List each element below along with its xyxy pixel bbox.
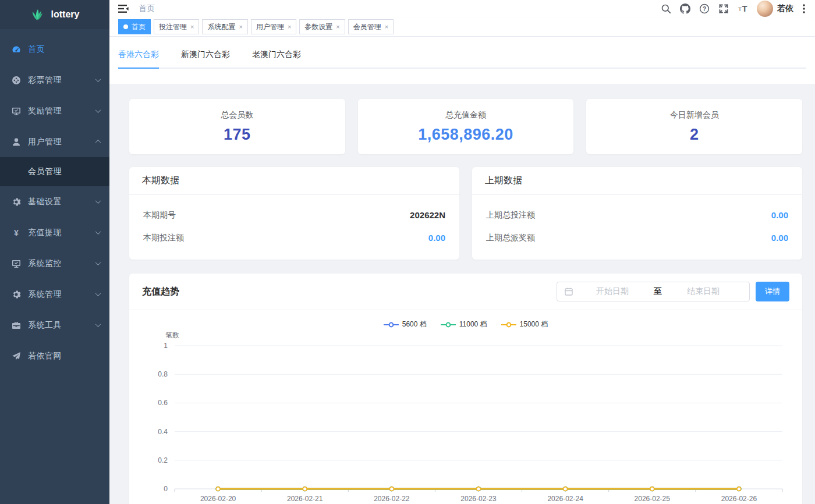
legend-label: 5600 档 <box>402 320 427 329</box>
panel-body: 上期总投注额0.00上期总派奖额0.00 <box>472 195 802 260</box>
panel-row-line: 上期总派奖额0.00 <box>486 226 788 249</box>
chart-header: 充值趋势 开始日期 至 结束日期 详情 <box>129 274 802 310</box>
sidebar-item-label: 系统工具 <box>28 320 96 331</box>
main-area: 首页 ? TT 若依 <box>109 0 815 504</box>
sidebar-item-user[interactable]: 用户管理 <box>0 126 109 157</box>
sidebar-item-recharge[interactable]: ¥充值提现 <box>0 217 109 248</box>
lottery-tabs: 香港六合彩新澳门六合彩老澳门六合彩 <box>118 49 806 69</box>
legend-item[interactable]: 15000 档 <box>501 320 548 329</box>
tab-0[interactable]: 香港六合彩 <box>118 49 159 68</box>
tag-label: 会员管理 <box>353 22 381 32</box>
gear-icon <box>12 290 21 299</box>
fold-sidebar-icon[interactable] <box>118 3 129 14</box>
close-icon[interactable]: × <box>190 23 194 30</box>
tag-label: 用户管理 <box>256 22 284 32</box>
sidebar-item-reward[interactable]: 奖励管理 <box>0 95 109 126</box>
panel-row-label: 上期总派奖额 <box>486 233 535 243</box>
tag-label: 投注管理 <box>159 22 187 32</box>
user-avatar[interactable] <box>757 1 773 17</box>
leaf-logo-icon <box>30 8 45 21</box>
detail-button[interactable]: 详情 <box>756 282 789 301</box>
reward-icon <box>12 107 21 116</box>
fullscreen-icon[interactable] <box>718 3 729 14</box>
legend-item[interactable]: 11000 档 <box>441 320 487 329</box>
chart-legend: 5600 档11000 档15000 档 <box>142 320 789 329</box>
sidebar-subitem-user[interactable]: 会员管理 <box>0 157 109 186</box>
sidebar-item-home[interactable]: 首页 <box>0 34 109 65</box>
svg-text:笔数: 笔数 <box>165 331 179 339</box>
github-icon[interactable] <box>680 3 690 14</box>
legend-marker-icon <box>501 322 516 328</box>
svg-text:1: 1 <box>164 342 168 350</box>
tag-item[interactable]: 系统配置× <box>202 19 247 34</box>
tag-label: 参数设置 <box>304 22 332 32</box>
tool-icon <box>12 321 21 330</box>
sidebar-item-label: 系统监控 <box>28 258 96 269</box>
kebab-menu-icon[interactable] <box>802 3 809 14</box>
chevron-down-icon <box>95 198 101 204</box>
sidebar-item-system[interactable]: 系统管理 <box>0 279 109 310</box>
tag-item[interactable]: 用户管理× <box>251 19 296 34</box>
sidebar-item-tool[interactable]: 系统工具 <box>0 310 109 340</box>
data-panel: 本期数据本期期号202622N本期投注额0.00 <box>129 167 459 260</box>
legend-item[interactable]: 5600 档 <box>384 320 427 329</box>
sidebar-item-label: 奖励管理 <box>28 106 96 116</box>
sidebar-item-label: 充值提现 <box>28 228 96 238</box>
sidebar-item-monitor[interactable]: 系统监控 <box>0 248 109 279</box>
tab-2[interactable]: 老澳门六合彩 <box>252 49 301 68</box>
panel-row-label: 本期投注额 <box>143 233 184 243</box>
panel-row-value: 0.00 <box>771 210 788 220</box>
tab-1[interactable]: 新澳门六合彩 <box>181 49 230 68</box>
sidebar: lottery 首页彩票管理奖励管理用户管理会员管理基础设置¥充值提现系统监控系… <box>0 0 109 504</box>
svg-text:0: 0 <box>164 485 168 493</box>
stat-label: 总会员数 <box>221 110 253 120</box>
legend-label: 11000 档 <box>459 320 487 329</box>
chevron-down-icon <box>95 76 101 82</box>
close-icon[interactable]: × <box>239 23 242 30</box>
close-icon[interactable]: × <box>385 23 388 30</box>
svg-text:2026-02-20: 2026-02-20 <box>200 495 236 503</box>
close-icon[interactable]: × <box>336 23 339 30</box>
calendar-icon <box>564 287 573 296</box>
sidebar-item-label: 若依官网 <box>28 351 100 361</box>
chevron-down-icon <box>95 321 101 327</box>
tag-item[interactable]: 会员管理× <box>348 19 394 34</box>
logo[interactable]: lottery <box>0 0 109 29</box>
panel-row-label: 本期期号 <box>143 210 176 221</box>
chevron-down-icon <box>95 260 101 265</box>
chevron-down-icon <box>95 290 101 296</box>
tag-item[interactable]: 首页 <box>118 19 151 34</box>
tag-item[interactable]: 参数设置× <box>299 19 345 34</box>
stat-label: 今日新增会员 <box>670 110 719 120</box>
stat-value: 2 <box>690 126 699 144</box>
sidebar-item-guide[interactable]: 若依官网 <box>0 340 109 371</box>
username[interactable]: 若依 <box>777 3 793 14</box>
guide-icon <box>12 352 21 361</box>
sidebar-item-base[interactable]: 基础设置 <box>0 186 109 217</box>
sidebar-item-label: 系统管理 <box>28 289 96 300</box>
svg-text:0.8: 0.8 <box>158 370 168 378</box>
close-icon[interactable]: × <box>288 23 291 30</box>
date-separator: 至 <box>651 286 664 297</box>
font-size-icon[interactable]: TT <box>738 3 748 14</box>
tag-item[interactable]: 投注管理× <box>154 19 199 34</box>
chevron-down-icon <box>95 107 101 113</box>
end-date-input[interactable]: 结束日期 <box>664 286 742 297</box>
chart-title: 充值趋势 <box>142 286 179 298</box>
recharge-trend-chart: 笔数10.80.60.40.202026-02-202026-02-212026… <box>142 331 789 504</box>
svg-text:¥: ¥ <box>14 228 19 237</box>
date-range-picker[interactable]: 开始日期 至 结束日期 <box>557 282 750 301</box>
data-panel: 上期数据上期总投注额0.00上期总派奖额0.00 <box>472 167 802 260</box>
panel-row-value: 0.00 <box>771 233 788 243</box>
question-icon[interactable]: ? <box>699 3 710 14</box>
svg-text:2026-02-21: 2026-02-21 <box>287 495 323 503</box>
start-date-input[interactable]: 开始日期 <box>573 286 651 297</box>
sidebar-item-label: 彩票管理 <box>28 75 96 86</box>
search-icon[interactable] <box>661 3 671 14</box>
panel-row-label: 上期总投注额 <box>486 210 535 221</box>
recharge-trend-card: 充值趋势 开始日期 至 结束日期 详情 560 <box>129 274 802 504</box>
chevron-up-icon <box>95 140 101 145</box>
breadcrumb[interactable]: 首页 <box>139 3 155 14</box>
sidebar-item-lottery[interactable]: 彩票管理 <box>0 65 109 95</box>
active-tag-dot <box>123 24 128 29</box>
